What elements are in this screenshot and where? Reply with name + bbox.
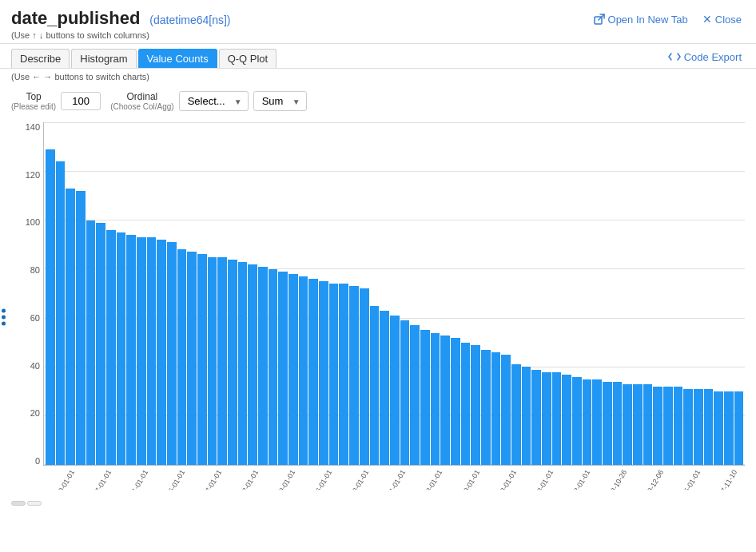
bar[interactable]: [56, 161, 66, 465]
x-axis-label: 2018-10-26: [603, 469, 628, 490]
bar[interactable]: [117, 232, 126, 465]
y-axis-label: 80: [30, 265, 40, 275]
bar[interactable]: [663, 387, 673, 465]
bar[interactable]: [380, 311, 389, 465]
bar[interactable]: [299, 276, 308, 465]
bar[interactable]: [147, 237, 157, 465]
bar[interactable]: [531, 370, 541, 466]
bar[interactable]: [572, 377, 582, 465]
bar[interactable]: [400, 320, 410, 465]
bar[interactable]: [603, 382, 612, 465]
bar[interactable]: [704, 389, 714, 465]
bar[interactable]: [157, 240, 166, 465]
bar[interactable]: [461, 343, 471, 465]
bar[interactable]: [431, 333, 440, 465]
bar[interactable]: [643, 384, 653, 465]
bar[interactable]: [714, 391, 723, 465]
bar[interactable]: [623, 384, 632, 465]
bar[interactable]: [724, 391, 734, 465]
bar[interactable]: [126, 235, 136, 465]
tab-value-counts[interactable]: Value Counts: [138, 49, 217, 68]
bar[interactable]: [137, 237, 146, 465]
bar[interactable]: [319, 281, 328, 465]
bar[interactable]: [674, 387, 683, 465]
open-new-tab-button[interactable]: Open In New Tab: [591, 12, 691, 27]
bar[interactable]: [248, 264, 257, 465]
close-button[interactable]: ✕ Close: [699, 11, 745, 27]
bar[interactable]: [187, 252, 197, 465]
bar[interactable]: [228, 260, 237, 465]
bar[interactable]: [167, 242, 177, 465]
bar[interactable]: [208, 257, 217, 465]
bar[interactable]: [420, 330, 430, 465]
bar[interactable]: [308, 279, 318, 465]
column-type: (datetime64[ns]): [149, 14, 230, 26]
x-label-group: 1965-01-01: [669, 482, 706, 490]
x-labels: 2010-01-011997-01-012011-01-012005-01-01…: [43, 467, 745, 490]
code-icon: [668, 52, 681, 62]
bottom-tab-1[interactable]: [11, 501, 26, 506]
bar[interactable]: [370, 306, 380, 465]
bar[interactable]: [683, 389, 693, 465]
bar[interactable]: [360, 288, 369, 465]
bar[interactable]: [390, 316, 400, 465]
bar[interactable]: [471, 345, 480, 465]
top-input[interactable]: [61, 92, 101, 110]
agg-select[interactable]: Sum: [253, 91, 307, 111]
bar[interactable]: [66, 189, 75, 465]
bar[interactable]: [440, 336, 450, 465]
tab-describe[interactable]: Describe: [11, 49, 70, 68]
x-axis-label: 2011-01-01: [125, 469, 150, 490]
y-axis-label: 60: [30, 313, 40, 323]
bar[interactable]: [106, 230, 116, 465]
bar[interactable]: [269, 269, 278, 465]
bar[interactable]: [562, 375, 571, 465]
ordinal-select[interactable]: Select...: [179, 91, 249, 111]
bar[interactable]: [451, 338, 460, 465]
bar[interactable]: [592, 379, 602, 465]
tab-qq-plot[interactable]: Q-Q Plot: [219, 49, 277, 68]
bar[interactable]: [339, 284, 348, 465]
bar[interactable]: [511, 364, 521, 465]
x-label-group: 2019-12-06: [632, 482, 669, 490]
bar[interactable]: [217, 257, 227, 465]
bar[interactable]: [238, 262, 248, 465]
bar[interactable]: [278, 272, 288, 465]
chart-container: 140120100806040200 2010-01-011997-01-012…: [0, 117, 756, 498]
bar[interactable]: [633, 384, 643, 465]
side-indicator: [2, 309, 6, 326]
bar[interactable]: [329, 284, 339, 465]
bar[interactable]: [491, 352, 501, 465]
x-label-group: 1968-01-01: [485, 482, 522, 490]
bar[interactable]: [46, 149, 55, 465]
chart-hint: (Use ← → buttons to switch charts): [0, 69, 756, 85]
bar[interactable]: [653, 387, 662, 465]
bottom-tab-2[interactable]: [27, 501, 42, 506]
x-axis-label: 2005-01-01: [161, 469, 187, 490]
bar[interactable]: [76, 191, 86, 465]
bar[interactable]: [481, 350, 491, 465]
bar[interactable]: [197, 254, 207, 465]
agg-select-wrapper: Sum: [253, 91, 307, 111]
bar[interactable]: [288, 274, 298, 465]
bar[interactable]: [96, 223, 105, 465]
x-label-group: 1989-01-01: [264, 482, 300, 490]
bar[interactable]: [542, 372, 551, 465]
bar[interactable]: [349, 286, 359, 465]
bar[interactable]: [734, 391, 744, 465]
bar[interactable]: [583, 379, 592, 465]
bar[interactable]: [410, 325, 420, 465]
code-export-button[interactable]: Code Export: [665, 50, 745, 65]
bar[interactable]: [552, 372, 562, 465]
x-label-group: 1981-01-01: [374, 482, 411, 490]
bar[interactable]: [177, 249, 187, 465]
bar[interactable]: [501, 355, 511, 465]
bar[interactable]: [613, 382, 623, 465]
bar[interactable]: [86, 220, 96, 465]
bar[interactable]: [694, 389, 703, 465]
bar[interactable]: [522, 367, 531, 465]
top-control: Top (Please edit): [11, 91, 101, 111]
bar[interactable]: [258, 267, 268, 465]
x-label-group: 1986-01-01: [300, 482, 337, 490]
tab-histogram[interactable]: Histogram: [71, 49, 136, 68]
